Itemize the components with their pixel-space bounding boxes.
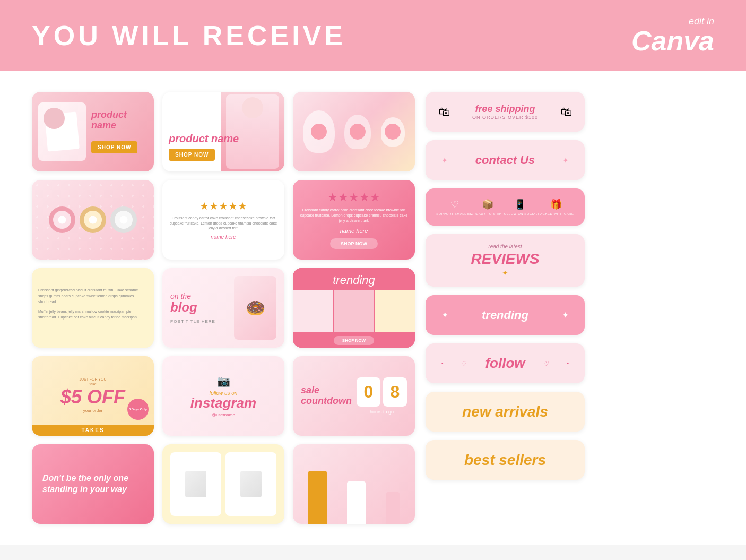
follow-social-label: FOLLOW ON SOCIAL — [502, 212, 538, 216]
card-product-white: product name SHOP NOW — [162, 92, 284, 171]
sidebar: 🛍 free shipping ON ORDERS OVER $100 🛍 ✦ … — [426, 92, 585, 524]
sidebar-best-sellers[interactable]: best sellers — [426, 440, 585, 480]
donuts-row — [49, 206, 137, 233]
trending-sidebar-label: trending — [482, 308, 528, 322]
take-text: take — [89, 382, 96, 386]
blog-image — [234, 276, 276, 340]
sidebar-icons-row: ♡ SUPPORT SMALL BIZ 📦 READY TO SHIP 📱 FO… — [426, 188, 585, 226]
blog-title: blog — [170, 300, 215, 314]
review-text-pink: Croissant candy carrot cake croissant ch… — [299, 208, 409, 223]
contact-icon-left: ✦ — [441, 156, 448, 165]
ready-ship-label: READY TO SHIP — [473, 212, 501, 216]
trending-cell-1 — [293, 290, 333, 332]
shipping-text: free shipping ON ORDERS OVER $100 — [450, 104, 560, 120]
shipping-icon-left: 🛍 — [438, 105, 450, 119]
reviewer-name-pink: name here — [340, 228, 368, 234]
card-countdown: sale countdown 0 8 hours to go — [293, 356, 415, 436]
follow-heart: ♡ — [461, 360, 467, 367]
countdown-num-1: 0 — [357, 377, 380, 407]
sidebar-reviews: read the latest REVIEWS ✦ — [426, 234, 585, 287]
shop-now-button-2[interactable]: SHOP NOW — [169, 149, 215, 161]
sidebar-follow[interactable]: • ♡ follow ♡ • — [426, 343, 585, 383]
card-candle — [293, 444, 415, 524]
product-name-2: product name — [169, 133, 239, 144]
card-discount: JUST FOR YOU take $5 OFF your order 3 Da… — [32, 356, 154, 436]
card-product-pink: product name SHOP NOW — [32, 92, 154, 171]
product-img-box-1 — [170, 452, 221, 516]
countdown-right: 0 8 hours to go — [357, 377, 407, 415]
just-for-you: JUST FOR YOU — [79, 377, 106, 381]
cards-grid: product name SHOP NOW product name SHOP … — [32, 92, 415, 524]
donut-1 — [49, 206, 75, 233]
discount-footer: TAKES — [32, 425, 154, 436]
box-icon: 📦 — [482, 199, 493, 210]
card-trending: trending SHOP NOW — [293, 268, 415, 348]
follow-dot-left: • — [441, 360, 444, 366]
drink-3 — [381, 117, 405, 147]
candle-tall — [308, 471, 327, 524]
reviews-sub: read the latest — [488, 244, 522, 249]
donut-2 — [80, 206, 106, 233]
trending-sparkle-left: ✦ — [441, 310, 448, 320]
new-arrivals-text: new arrivals — [462, 403, 548, 420]
instagram-text: instagram — [190, 396, 256, 410]
sale-countdown-label: sale countdown — [301, 385, 357, 407]
candle-small — [386, 492, 400, 524]
icon-ready-ship: 📦 READY TO SHIP — [473, 199, 501, 216]
instagram-icon: 📷 — [217, 375, 230, 387]
follow-heart-right: ♡ — [543, 360, 549, 367]
stars-rating-white: ★★★★★ — [199, 200, 247, 212]
trending-image-grid — [293, 290, 415, 332]
blog-para-2: Muffin jelly beans jelly marshmallow coo… — [38, 308, 148, 320]
product-image-1 — [38, 102, 86, 161]
reviewer-name-white: name here — [211, 234, 236, 240]
card-blog-text: Croissant gingerbread biscuit croissant … — [32, 268, 154, 348]
page-header: YOU WILL RECEIVE edit in Canva — [0, 0, 746, 71]
on-the-label: on the — [170, 292, 215, 300]
sidebar-new-arrivals[interactable]: new arrivals — [426, 392, 585, 432]
best-sellers-text: best sellers — [464, 452, 546, 469]
drink-1 — [303, 110, 335, 153]
contact-icon-right: ✦ — [562, 156, 569, 165]
sidebar-shipping: 🛍 free shipping ON ORDERS OVER $100 🛍 — [426, 92, 585, 132]
drinks-visual — [293, 92, 415, 171]
shipping-main: free shipping — [450, 104, 560, 115]
page-title: YOU WILL RECEIVE — [32, 20, 346, 51]
trending-sparkle-right: ✦ — [562, 310, 569, 320]
follow-dot-right: • — [567, 360, 569, 366]
heart-icon: ♡ — [450, 199, 459, 210]
packed-label: PACKED WITH CARE — [538, 212, 574, 216]
card-instagram: 📷 follow us on instagram @username — [162, 356, 284, 436]
card-product-images — [162, 444, 284, 524]
canva-brand: Canva — [631, 25, 714, 56]
trending-footer: SHOP NOW — [293, 332, 415, 348]
card-drinks — [293, 92, 415, 171]
off-text: your order — [83, 408, 102, 413]
candle-medium — [347, 481, 366, 524]
stars-rating-pink: ★★★★★ — [327, 191, 380, 204]
blog-text-content: Croissant gingerbread biscuit croissant … — [38, 287, 148, 323]
main-content: product name SHOP NOW product name SHOP … — [0, 71, 746, 545]
trending-cell-2 — [334, 290, 374, 332]
review-text-white: Croissant candy carrot cake croissant ch… — [169, 216, 278, 231]
motivational-text: Don't be the only one standing in your w… — [42, 473, 143, 495]
trending-cell-3 — [375, 290, 415, 332]
product-info-2: product name SHOP NOW — [169, 133, 239, 161]
sidebar-contact: ✦ contact Us ✦ — [426, 140, 585, 180]
discount-amount: $5 OFF — [60, 386, 125, 408]
product-info-1: product name SHOP NOW — [86, 110, 148, 154]
days-badge: 3 Days Only — [127, 399, 149, 420]
product-name-1: product name — [91, 110, 148, 131]
card-donuts — [32, 180, 154, 260]
trending-shop-btn[interactable]: SHOP NOW — [334, 336, 374, 345]
shop-now-button-1[interactable]: SHOP NOW — [91, 141, 137, 153]
card-on-the-blog: on the blog POST TITLE HERE — [162, 268, 284, 348]
icon-small-biz: ♡ SUPPORT SMALL BIZ — [436, 199, 473, 216]
card-motivational: Don't be the only one standing in your w… — [32, 444, 154, 524]
shipping-icon-right: 🛍 — [560, 105, 572, 119]
shop-now-review-btn[interactable]: SHOP NOW — [330, 238, 378, 249]
icon-packed: 🎁 PACKED WITH CARE — [538, 199, 574, 216]
blog-para-1: Croissant gingerbread biscuit croissant … — [38, 287, 148, 305]
follow-label: follow — [485, 355, 525, 372]
sidebar-trending: ✦ trending ✦ — [426, 295, 585, 335]
